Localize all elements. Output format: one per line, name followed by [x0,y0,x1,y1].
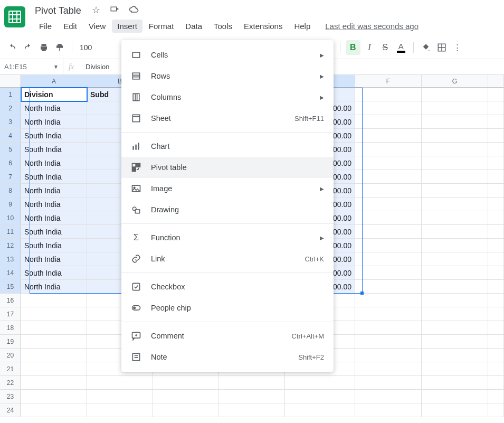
cell-A8[interactable]: North India [21,184,87,198]
cell-A13[interactable]: North India [21,252,87,266]
cell-F15[interactable] [355,280,422,294]
column-header-F[interactable]: F [355,75,422,88]
insert-menu-image[interactable]: Image▶ [121,178,334,199]
cell-13[interactable] [488,252,504,266]
cell-G13[interactable] [422,252,488,266]
row-header-19[interactable]: 19 [0,335,21,349]
row-header-7[interactable]: 7 [0,170,21,184]
cell-A20[interactable] [21,349,87,362]
cell-A19[interactable] [21,335,87,349]
cell-B24[interactable] [87,403,153,417]
cell-A23[interactable] [21,390,87,403]
borders-button[interactable] [435,41,449,54]
cell-F23[interactable] [355,390,422,403]
cell-A11[interactable]: South India [21,225,87,239]
cell-E23[interactable] [285,390,355,403]
cell-G11[interactable] [422,225,488,239]
cell-2[interactable] [488,101,504,115]
name-box[interactable]: A1:E15 ▼ [0,59,63,74]
insert-menu-note[interactable]: NoteShift+F2 [121,346,334,368]
cell-F10[interactable] [355,211,422,225]
cell-F19[interactable] [355,335,422,349]
cell-20[interactable] [488,349,504,362]
row-header-13[interactable]: 13 [0,252,21,266]
row-header-3[interactable]: 3 [0,115,21,129]
fill-color-button[interactable] [419,41,433,54]
cell-F24[interactable] [355,403,422,417]
cell-24[interactable] [488,403,504,417]
strikethrough-button[interactable]: S [378,41,392,54]
cell-A4[interactable]: South India [21,129,87,143]
cell-F1[interactable] [355,88,422,101]
cell-A24[interactable] [21,403,87,417]
cell-15[interactable] [488,280,504,294]
cell-E22[interactable] [285,376,355,390]
cell-7[interactable] [488,170,504,184]
cell-4[interactable] [488,129,504,143]
column-header-G[interactable]: G [422,75,488,88]
menu-view[interactable]: View [83,20,111,33]
cell-G12[interactable] [422,239,488,252]
cell-G19[interactable] [422,335,488,349]
zoom-control[interactable]: 100 [78,41,94,54]
cell-F2[interactable] [355,101,422,115]
menu-file[interactable]: File [34,20,57,33]
row-header-11[interactable]: 11 [0,225,21,239]
cell-G2[interactable] [422,101,488,115]
last-edit-link[interactable]: Last edit was seconds ago [325,22,419,31]
document-title[interactable]: Pivot Table [34,4,82,17]
cell-G4[interactable] [422,129,488,143]
cloud-status-icon[interactable] [129,4,139,17]
cell-A9[interactable]: North India [21,198,87,211]
row-header-15[interactable]: 15 [0,280,21,294]
insert-menu-drawing[interactable]: Drawing [121,199,334,220]
row-header-12[interactable]: 12 [0,239,21,252]
cell-F16[interactable] [355,294,422,307]
column-header-end[interactable] [488,75,504,88]
menu-help[interactable]: Help [289,20,316,33]
row-header-14[interactable]: 14 [0,266,21,280]
cell-G6[interactable] [422,156,488,170]
redo-button[interactable] [21,41,35,54]
cell-G16[interactable] [422,294,488,307]
row-header-8[interactable]: 8 [0,184,21,198]
cell-1[interactable] [488,88,504,101]
cell-F3[interactable] [355,115,422,129]
cell-G7[interactable] [422,170,488,184]
cell-G1[interactable] [422,88,488,101]
undo-button[interactable] [5,41,19,54]
paint-format-button[interactable] [53,41,66,54]
cell-16[interactable] [488,294,504,307]
cell-B22[interactable] [87,376,153,390]
cell-F17[interactable] [355,307,422,321]
cell-G18[interactable] [422,321,488,335]
cell-A14[interactable]: South India [21,266,87,280]
row-header-17[interactable]: 17 [0,307,21,321]
cell-G3[interactable] [422,115,488,129]
row-header-22[interactable]: 22 [0,376,21,390]
cell-8[interactable] [488,184,504,198]
insert-menu-columns[interactable]: Columns▶ [121,87,334,108]
cell-G15[interactable] [422,280,488,294]
cell-G8[interactable] [422,184,488,198]
row-header-24[interactable]: 24 [0,403,21,417]
insert-menu-people-chip[interactable]: People chip [121,297,334,318]
insert-menu-chart[interactable]: Chart [121,136,334,157]
insert-menu-cells[interactable]: Cells▶ [121,44,334,65]
cell-C23[interactable] [153,390,219,403]
menu-format[interactable]: Format [144,20,179,33]
column-header-A[interactable]: A [21,75,87,88]
cell-C24[interactable] [153,403,219,417]
cell-G9[interactable] [422,198,488,211]
cell-F13[interactable] [355,252,422,266]
row-header-21[interactable]: 21 [0,362,21,376]
cell-A18[interactable] [21,321,87,335]
cell-A16[interactable] [21,294,87,307]
insert-menu-comment[interactable]: CommentCtrl+Alt+M [121,325,334,346]
cell-6[interactable] [488,156,504,170]
menu-data[interactable]: Data [180,20,207,33]
insert-menu-pivot-table[interactable]: Pivot table [121,157,334,178]
cell-E24[interactable] [285,403,355,417]
cell-C22[interactable] [153,376,219,390]
cell-G23[interactable] [422,390,488,403]
